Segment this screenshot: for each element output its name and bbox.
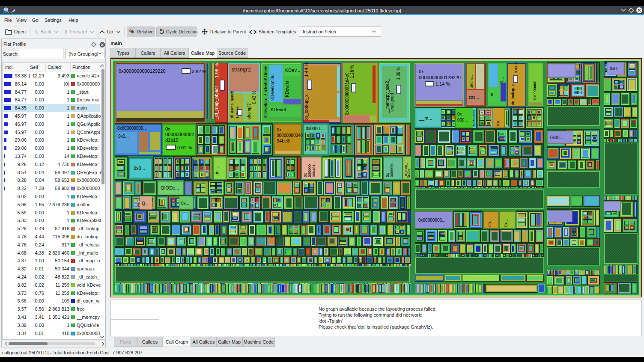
svg-text:34be8: 34be8 (277, 138, 290, 143)
svg-text:0x000000000...: 0x000000000... (117, 126, 147, 131)
svg-text:1.39 %: 1.39 % (396, 67, 401, 80)
svg-text:0000000000129220: 0000000000129220 (419, 75, 461, 80)
svg-text:0x0...: 0x0... (134, 166, 145, 171)
svg-text:0x: 0x (277, 127, 282, 132)
svg-text:_dl_name_match_: _dl_name_match_ (230, 88, 234, 121)
svg-text:QIODe...: QIODe... (161, 185, 179, 190)
svg-text:0x0...: 0x0... (610, 66, 620, 71)
svg-text:0x0000...: 0x0000... (306, 126, 323, 131)
svg-text:0.43 %: 0.43 % (252, 91, 256, 104)
svg-text:d1b10: d1b10 (165, 137, 179, 142)
svg-text:_in...: _in... (215, 167, 219, 177)
svg-text:1.28 %: 1.28 % (350, 65, 355, 78)
svg-text:do_lookup_x: do_lookup_x (511, 84, 515, 105)
svg-text:0x000000000031d4e0: 0x000000000031d4e0 (345, 72, 349, 115)
svg-text:__m...: __m... (419, 116, 432, 121)
svg-text:strcmp'2: strcmp'2 (247, 103, 251, 119)
svg-text:0.43 %: 0.43 % (514, 62, 518, 73)
svg-text:KDevel...: KDevel... (271, 107, 290, 112)
svg-text:object_...: object_... (407, 164, 411, 178)
svg-text:000000...: 000000... (390, 161, 394, 177)
svg-text:0x: 0x (419, 69, 424, 74)
svg-text:Q...: Q... (142, 201, 149, 206)
svg-text:strcm...: strcm... (469, 75, 474, 88)
svg-text:000461...: 000461... (312, 161, 316, 177)
svg-text:0x0000000000129220: 0x0000000000129220 (119, 68, 166, 74)
svg-text:00000000340: 00000000340 (277, 133, 303, 138)
svg-text:0x...: 0x... (181, 201, 189, 206)
svg-text:1.44 %: 1.44 % (304, 62, 309, 77)
svg-text:KDevelo: KDevelo (285, 81, 289, 97)
svg-text:_dl_map_object: _dl_map_object (214, 86, 219, 120)
svg-text:K...: K... (500, 77, 504, 83)
svg-text:0x...: 0x... (504, 219, 508, 227)
svg-text:KDevelop::Bu: KDevelop::Bu (270, 74, 275, 101)
svg-text:unaligned: unaligned (390, 93, 394, 112)
svg-text:000...: 000... (457, 118, 468, 122)
svg-text:strcmp'2: strcmp'2 (232, 67, 251, 73)
svg-text:0x: 0x (457, 112, 462, 116)
svg-text:0x: 0x (303, 173, 307, 177)
svg-text:K...: K... (491, 92, 497, 97)
svg-text:do_lookup_x: do_lookup_x (304, 94, 309, 121)
svg-text:0x: 0x (385, 173, 390, 177)
svg-text:00000000002: 00000000002 (165, 132, 194, 137)
svg-text:KDev...: KDev... (285, 68, 300, 73)
svg-text:0x0...: 0x0... (496, 116, 500, 126)
svg-text:000000: 000000 (307, 164, 312, 177)
svg-text:1.14 %: 1.14 % (435, 81, 450, 86)
svg-text:KDevelop::Bucket<KDevel...: KDevelop::Bucket<KDevel... (263, 62, 268, 119)
svg-text:1.96 %: 1.96 % (214, 63, 219, 78)
svg-text:do...: do... (487, 219, 492, 227)
svg-text:0x0000000...: 0x0000000... (533, 77, 537, 100)
svg-text:0x: 0x (165, 126, 170, 131)
svg-text:0.61 %: 0.61 % (177, 145, 192, 150)
svg-text:strc...: strc... (468, 95, 479, 100)
svg-text:0x0...: 0x0... (118, 134, 128, 139)
svg-text:3.82 %: 3.82 % (192, 69, 206, 74)
svg-text:0x00000000...: 0x00000000... (418, 218, 445, 223)
svg-text:__memcpy_sse2_: __memcpy_sse2_ (385, 78, 390, 114)
svg-text:0x00...: 0x00... (550, 135, 563, 140)
